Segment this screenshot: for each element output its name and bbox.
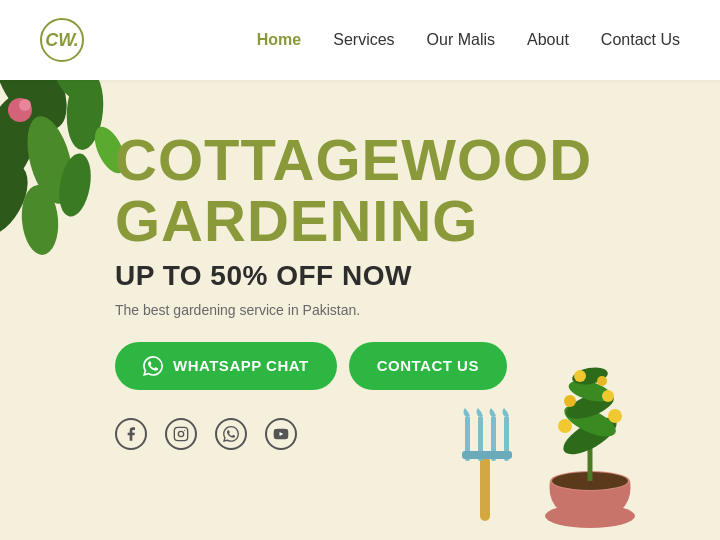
nav-link-contact[interactable]: Contact Us — [601, 31, 680, 48]
nav-link-our-malis[interactable]: Our Malis — [427, 31, 495, 48]
navbar: CW. Home Services Our Malis About Contac… — [0, 0, 720, 80]
nav-link-services[interactable]: Services — [333, 31, 394, 48]
nav-links: Home Services Our Malis About Contact Us — [257, 31, 680, 49]
cta-buttons: WHATSAPP CHAT CONTACT US — [115, 342, 720, 390]
whatsapp-icon — [143, 356, 163, 376]
hero-title: COTTAGEWOOD GARDENING — [115, 130, 720, 252]
nav-item-home[interactable]: Home — [257, 31, 301, 49]
svg-rect-15 — [174, 427, 187, 440]
nav-item-contact[interactable]: Contact Us — [601, 31, 680, 49]
svg-point-17 — [184, 429, 185, 430]
contact-us-button[interactable]: CONTACT US — [349, 342, 507, 390]
hero-description: The best gardening service in Pakistan. — [115, 302, 720, 318]
nav-link-home[interactable]: Home — [257, 31, 301, 48]
nav-link-about[interactable]: About — [527, 31, 569, 48]
hero-section: COTTAGEWOOD GARDENING UP TO 50% OFF NOW … — [0, 80, 720, 450]
nav-item-services[interactable]: Services — [333, 31, 394, 49]
svg-point-16 — [178, 431, 183, 436]
instagram-icon[interactable] — [165, 418, 197, 450]
svg-rect-34 — [480, 456, 490, 521]
social-icons — [115, 418, 720, 450]
logo-mark: CW. — [40, 18, 84, 62]
whatsapp-social-icon[interactable] — [215, 418, 247, 450]
facebook-icon[interactable] — [115, 418, 147, 450]
whatsapp-chat-button[interactable]: WHATSAPP CHAT — [115, 342, 337, 390]
youtube-icon[interactable] — [265, 418, 297, 450]
hero-subtitle: UP TO 50% OFF NOW — [115, 260, 720, 292]
nav-item-our-malis[interactable]: Our Malis — [427, 31, 495, 49]
nav-item-about[interactable]: About — [527, 31, 569, 49]
svg-rect-39 — [462, 451, 512, 459]
logo[interactable]: CW. — [40, 18, 84, 62]
